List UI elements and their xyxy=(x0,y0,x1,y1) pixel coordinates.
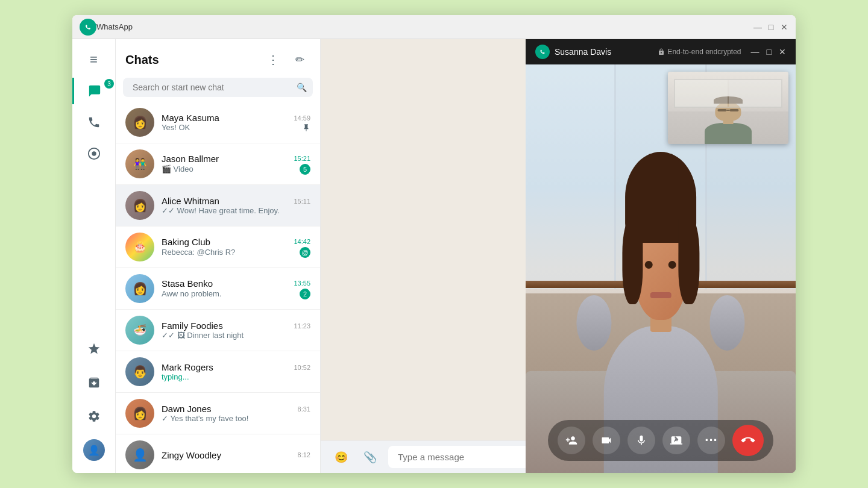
shoulder-left xyxy=(576,295,611,351)
video-close-button[interactable]: ✕ xyxy=(779,47,786,57)
avatar-zingy: 👤 xyxy=(125,440,154,469)
video-call-window: Susanna Davis End-to-end endcrypted — □ … xyxy=(526,39,796,473)
app-logo xyxy=(80,19,96,36)
chat-info-mark: Mark Rogers 10:52 typing... xyxy=(162,362,310,381)
chat-item-zingy[interactable]: 👤 Zingy Woodley 8:12 xyxy=(116,434,320,473)
glasses-left xyxy=(718,109,727,111)
nav-starred[interactable] xyxy=(81,336,107,362)
glasses-right xyxy=(729,109,738,111)
self-body xyxy=(705,123,752,144)
chat-name-alice: Alice Whitman xyxy=(162,196,219,206)
video-minimize-button[interactable]: — xyxy=(751,47,760,57)
mic-toggle-button[interactable] xyxy=(627,427,655,454)
avatar-jason: 👫 xyxy=(125,149,154,178)
chat-header-icons: ⋮ ✏ xyxy=(262,49,310,70)
chat-name-zingy: Zingy Woodley xyxy=(162,450,221,460)
chat-item-dawn[interactable]: 👩 Dawn Jones 8:31 ✓ Yes that's my fave t… xyxy=(116,393,320,434)
eye-left xyxy=(645,261,653,269)
encryption-label: End-to-end endcrypted xyxy=(658,48,741,56)
chat-name-jason: Jason Ballmer xyxy=(162,154,219,164)
add-person-button[interactable] xyxy=(558,427,585,454)
chat-item-baking[interactable]: 🎂 Baking Club 14:42 Rebecca: @Chris R? @ xyxy=(116,227,320,268)
self-view-bg xyxy=(668,72,788,144)
chats-panel: Chats ⋮ ✏ 🔍 👩 Maya Kasuma 14:59 xyxy=(116,39,321,473)
chat-item-alice[interactable]: 👩 Alice Whitman 15:11 ✓✓ Wow! Have great… xyxy=(116,185,320,227)
minimize-button[interactable]: — xyxy=(753,23,762,31)
chat-item-maya[interactable]: 👩 Maya Kasuma 14:59 Yes! OK xyxy=(116,102,320,143)
chat-preview-maya: Yes! OK xyxy=(162,123,190,132)
new-chat-icon[interactable]: ✏ xyxy=(289,49,310,70)
window-controls: — □ ✕ xyxy=(753,23,788,31)
chat-item-mark[interactable]: 👨 Mark Rogers 10:52 typing... xyxy=(116,351,320,393)
avatar-baking: 🎂 xyxy=(125,233,154,261)
chat-info-family: Family Foodies 11:23 ✓✓ 🖼 Dinner last ni… xyxy=(162,321,310,340)
left-nav: ≡ 3 👤 xyxy=(72,39,116,473)
chat-preview-jason: 🎬 Video xyxy=(162,164,193,174)
app-title: WhatsApp xyxy=(96,22,753,31)
avatar-maya: 👩 xyxy=(125,108,154,137)
chat-name-family: Family Foodies xyxy=(162,321,223,331)
chat-item-family[interactable]: 🍜 Family Foodies 11:23 ✓✓ 🖼 Dinner last … xyxy=(116,310,320,351)
nav-archive[interactable] xyxy=(81,369,107,396)
call-controls: ··· xyxy=(548,420,773,461)
menu-icon[interactable]: ⋮ xyxy=(262,49,284,70)
nav-status[interactable] xyxy=(81,140,107,167)
video-window-controls: — □ ✕ xyxy=(751,47,786,57)
chat-info-stasa: Stasa Benko 13:55 Aww no problem. 2 xyxy=(162,278,310,299)
video-maximize-button[interactable]: □ xyxy=(767,47,772,57)
chat-time-mark: 10:52 xyxy=(294,364,310,371)
chat-item-jason[interactable]: 👫 Jason Ballmer 15:21 🎬 Video 5 xyxy=(116,143,320,185)
screen-share-button[interactable] xyxy=(662,427,690,454)
chat-name-mark: Mark Rogers xyxy=(162,362,213,372)
pin-icon-maya xyxy=(302,124,310,132)
nav-calls[interactable] xyxy=(81,109,107,136)
person-hair-left xyxy=(622,219,643,304)
video-whatsapp-logo xyxy=(535,45,550,59)
search-input[interactable] xyxy=(123,78,313,97)
close-button[interactable]: ✕ xyxy=(780,23,788,31)
eye-right xyxy=(668,261,676,269)
video-toggle-button[interactable] xyxy=(593,427,620,454)
end-call-button[interactable] xyxy=(732,425,764,456)
chat-time-jason: 15:21 xyxy=(294,155,310,162)
search-icon: 🔍 xyxy=(297,83,307,92)
nav-settings[interactable] xyxy=(81,403,107,430)
shoulder-right xyxy=(710,295,745,351)
avatar-family: 🍜 xyxy=(125,316,154,345)
user-avatar[interactable]: 👤 xyxy=(83,439,105,461)
chat-time-alice: 15:11 xyxy=(294,198,310,205)
attach-button[interactable]: 📎 xyxy=(359,446,381,468)
video-contact-name: Susanna Davis xyxy=(555,47,658,57)
mouth xyxy=(650,292,671,298)
avatar-stasa: 👩 xyxy=(125,274,154,303)
chat-info-dawn: Dawn Jones 8:31 ✓ Yes that's my fave too… xyxy=(162,404,310,423)
chats-badge: 3 xyxy=(104,79,114,89)
nav-chats[interactable]: 3 xyxy=(72,78,115,104)
emoji-button[interactable]: 😊 xyxy=(330,446,352,468)
chat-time-baking: 14:42 xyxy=(294,238,310,245)
title-bar: WhatsApp — □ ✕ xyxy=(72,15,796,39)
mention-badge-baking: @ xyxy=(300,247,310,258)
encryption-text: End-to-end endcrypted xyxy=(667,48,741,56)
unread-badge-stasa: 2 xyxy=(300,289,310,299)
chat-time-family: 11:23 xyxy=(294,322,310,330)
video-title-bar: Susanna Davis End-to-end endcrypted — □ … xyxy=(526,39,796,64)
chat-time-maya: 14:59 xyxy=(294,114,310,122)
video-main-area: ··· xyxy=(526,64,796,473)
chat-name-maya: Maya Kasuma xyxy=(162,113,219,123)
chat-preview-mark: typing... xyxy=(162,372,189,381)
chat-name-baking: Baking Club xyxy=(162,237,210,247)
chat-preview-dawn: ✓ Yes that's my fave too! xyxy=(162,414,248,423)
self-window-pane-2 xyxy=(729,80,781,107)
chat-info-alice: Alice Whitman 15:11 ✓✓ Wow! Have great t… xyxy=(162,196,310,215)
chat-time-dawn: 8:31 xyxy=(298,405,310,413)
chat-panel-header: Chats ⋮ ✏ xyxy=(116,39,320,75)
chat-item-stasa[interactable]: 👩 Stasa Benko 13:55 Aww no problem. 2 xyxy=(116,268,320,310)
chats-title: Chats xyxy=(125,53,159,67)
maximize-button[interactable]: □ xyxy=(767,23,775,31)
more-options-button[interactable]: ··· xyxy=(697,427,725,454)
avatar-alice: 👩 xyxy=(125,191,154,220)
menu-button[interactable]: ≡ xyxy=(81,46,107,73)
chat-info-zingy: Zingy Woodley 8:12 xyxy=(162,450,310,460)
chat-preview-stasa: Aww no problem. xyxy=(162,289,221,298)
